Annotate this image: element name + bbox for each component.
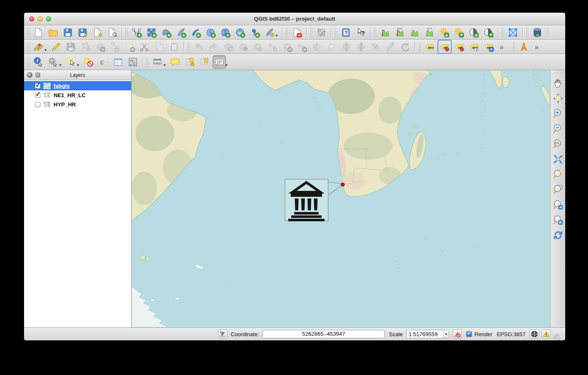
copy-features-button[interactable]	[153, 41, 166, 53]
remove-layer-button[interactable]	[291, 26, 303, 39]
window-resize-grip[interactable]	[553, 334, 560, 340]
merge-features-button[interactable]	[370, 41, 382, 53]
new-project-button[interactable]	[32, 26, 45, 39]
zoom-in-button[interactable]	[552, 107, 564, 120]
rotate-point-symbols-button[interactable]	[399, 41, 412, 53]
add-feature-button[interactable]	[79, 41, 92, 53]
toolbar-overflow-2-button[interactable]: »	[532, 41, 545, 53]
move-label-button[interactable]: ab	[438, 41, 451, 53]
messages-warning-button[interactable]	[542, 329, 551, 339]
open-attribute-table-button[interactable]	[112, 56, 124, 68]
float-panel-button[interactable]	[35, 72, 40, 78]
current-edits-button[interactable]: ▼	[32, 41, 45, 53]
add-wms-layer-button[interactable]	[204, 26, 217, 39]
coordinate-capture-toggle-button[interactable]	[218, 329, 227, 339]
delete-ring-button[interactable]	[281, 41, 294, 53]
text-annotation-button[interactable]: ▼	[213, 56, 226, 68]
toolbar-drag-handle[interactable]	[526, 27, 529, 38]
toolbar-drag-handle[interactable]	[502, 27, 504, 38]
run-feature-action-button[interactable]: ▼	[47, 56, 59, 68]
save-layer-edits-button[interactable]	[65, 41, 77, 53]
measure-button[interactable]: ▼	[151, 56, 164, 68]
select-features-button[interactable]: ▼	[65, 56, 77, 68]
dropdown-arrow-icon[interactable]: ▼	[59, 64, 62, 67]
local-histogram-stretch-button[interactable]	[379, 26, 391, 39]
render-checkbox[interactable]	[466, 331, 472, 337]
dropdown-arrow-icon[interactable]: ▼	[76, 64, 80, 67]
dropdown-arrow-icon[interactable]: ▼	[163, 64, 166, 67]
toolbar-drag-handle[interactable]	[512, 42, 515, 52]
add-postgis-layer-button[interactable]	[160, 26, 173, 39]
map-tips-button[interactable]	[169, 56, 181, 68]
rotate-label-button[interactable]: ab	[453, 41, 466, 53]
gps-tracking-button[interactable]	[518, 41, 530, 53]
move-feature-button[interactable]	[94, 41, 107, 53]
toolbar-drag-handle[interactable]	[553, 72, 563, 74]
toolbar-overflow-button[interactable]: »	[497, 41, 510, 53]
zoom-native-button[interactable]: 1:1	[552, 138, 564, 150]
zoom-window-button[interactable]	[46, 16, 51, 22]
add-part-button[interactable]	[266, 41, 279, 53]
toolbar-drag-handle[interactable]	[334, 27, 337, 38]
select-by-expression-button[interactable]: ε	[97, 56, 110, 68]
undo-button[interactable]	[192, 41, 205, 53]
layer-visibility-checkbox[interactable]: ✓	[35, 92, 40, 98]
toolbar-drag-handle[interactable]	[27, 27, 30, 38]
close-window-button[interactable]	[29, 16, 34, 22]
db-manager-button[interactable]: q	[531, 26, 544, 39]
toolbar-drag-handle[interactable]	[27, 57, 30, 67]
topology-checker-button[interactable]	[507, 26, 519, 39]
decrease-contrast-button[interactable]	[482, 26, 495, 39]
scale-combobox[interactable]: 1:51769559 ▼	[406, 330, 449, 338]
toolbar-drag-handle[interactable]	[546, 27, 549, 38]
coordinate-input[interactable]: 5262865,-453947	[262, 330, 385, 338]
help-contents-button[interactable]: ?	[340, 26, 352, 39]
toolbar-drag-handle[interactable]	[310, 27, 313, 38]
decrease-brightness-button[interactable]	[453, 26, 465, 39]
field-calculator-button[interactable]	[127, 56, 139, 68]
new-shapefile-layer-button[interactable]: ▼	[263, 26, 276, 39]
change-label-button[interactable]: abc	[483, 41, 495, 53]
zoom-last-button[interactable]	[552, 198, 564, 211]
crs-status-button[interactable]	[530, 329, 539, 339]
full-histogram-stretch-button[interactable]	[394, 26, 406, 39]
deselect-all-button[interactable]	[82, 56, 95, 68]
save-project-button[interactable]	[62, 26, 74, 39]
stop-rendering-button[interactable]	[453, 329, 462, 339]
show-hide-labels-button[interactable]: abc	[468, 41, 480, 53]
split-features-button[interactable]	[340, 41, 353, 53]
toolbar-drag-handle[interactable]	[418, 42, 421, 52]
add-delimited-text-layer-button[interactable]	[248, 26, 261, 39]
add-raster-layer-button[interactable]	[145, 26, 158, 39]
layer-item-NE1_HR_LC[interactable]: ✓NE1_HR_LC	[24, 90, 131, 100]
toolbar-drag-handle[interactable]	[374, 27, 376, 38]
toolbar-drag-handle[interactable]	[146, 57, 148, 67]
pan-map-button[interactable]	[552, 77, 564, 90]
pan-to-selection-button[interactable]	[552, 92, 564, 105]
toolbar-drag-handle[interactable]	[187, 42, 190, 52]
layer-visibility-checkbox[interactable]	[35, 102, 40, 107]
add-vector-layer-button[interactable]	[130, 26, 143, 39]
toolbar-drag-handle[interactable]	[27, 42, 30, 52]
delete-part-button[interactable]	[296, 41, 308, 53]
reshape-features-button[interactable]	[310, 41, 323, 53]
open-project-button[interactable]	[47, 26, 59, 39]
increase-contrast-button[interactable]	[467, 26, 480, 39]
refresh-map-button[interactable]	[552, 229, 564, 242]
local-cumulative-stretch-button[interactable]	[408, 26, 421, 39]
save-project-as-button[interactable]	[76, 26, 89, 39]
close-panel-button[interactable]: ✕	[27, 72, 32, 78]
composer-manager-button[interactable]	[106, 26, 119, 39]
show-bookmarks-button[interactable]	[198, 56, 211, 68]
add-spatialite-layer-button[interactable]	[175, 26, 187, 39]
redo-button[interactable]	[207, 41, 220, 53]
paste-features-button[interactable]	[168, 41, 181, 53]
new-bookmark-button[interactable]	[183, 56, 196, 68]
label-tool-button[interactable]: abc	[423, 41, 436, 53]
merge-attributes-button[interactable]	[384, 41, 397, 53]
layer-item-HYP_HR[interactable]: HYP_HR	[24, 100, 131, 109]
whats-this-button[interactable]: ?	[354, 26, 367, 39]
zoom-to-selection-button[interactable]	[552, 168, 564, 181]
toolbar-drag-handle[interactable]	[286, 27, 288, 38]
dropdown-arrow-icon[interactable]: ▼	[275, 34, 278, 38]
